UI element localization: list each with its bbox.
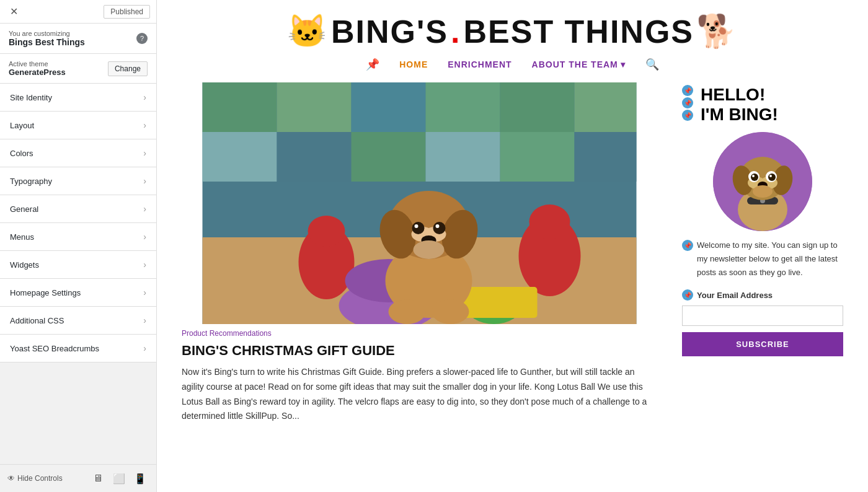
svg-point-48	[768, 174, 776, 181]
main-nav: 📌 HOME ENRICHMENT ABOUT THE TEAM ▾ 🔍	[366, 53, 659, 76]
menu-item-site-identity[interactable]: Site Identity›	[0, 84, 156, 112]
theme-info: Active theme GeneratePress	[9, 60, 66, 77]
svg-point-30	[415, 224, 418, 228]
menu-item-colors[interactable]: Colors›	[0, 139, 156, 167]
menu-item-label: Menus	[10, 232, 34, 242]
menu-item-label: Additional CSS	[10, 316, 64, 325]
svg-point-29	[433, 222, 446, 234]
email-signup-section: 📌 Your Email Address SUBSCRIBE	[682, 289, 843, 356]
svg-rect-8	[277, 132, 352, 182]
sidebar-pin-3: 📌	[682, 110, 693, 121]
svg-rect-12	[575, 132, 637, 182]
sidebar: 📌 📌 📌 HELLO! I'M BING!	[682, 82, 843, 424]
svg-point-52	[753, 185, 773, 198]
svg-point-34	[389, 299, 426, 324]
chevron-right-icon: ›	[143, 315, 146, 325]
svg-rect-4	[426, 82, 500, 132]
change-theme-button[interactable]: Change	[108, 61, 148, 76]
svg-point-49	[752, 175, 755, 177]
svg-point-17	[529, 204, 570, 239]
nav-home-link[interactable]: HOME	[399, 59, 428, 69]
chevron-right-icon: ›	[143, 232, 146, 242]
svg-point-15	[308, 216, 345, 247]
mobile-icon[interactable]: 📱	[131, 470, 149, 487]
email-pin-icon: 📌	[682, 289, 693, 301]
chevron-right-icon: ›	[143, 260, 146, 270]
close-button[interactable]: ✕	[6, 4, 21, 19]
article-category[interactable]: Product Recommendations	[182, 329, 657, 338]
site-logo: 🐱 BING'S.BEST THINGS 🐕	[287, 12, 738, 50]
bing-avatar	[713, 132, 812, 231]
article-photo-svg	[182, 82, 657, 324]
subscribe-button[interactable]: SUBSCRIBE	[682, 332, 843, 356]
welcome-pin-icon: 📌	[682, 240, 693, 251]
menu-item-additional-css[interactable]: Additional CSS›	[0, 307, 156, 335]
logo-text-1: BING'S	[331, 13, 448, 50]
article-title: BING'S CHRISTMAS GIFT GUIDE	[182, 343, 657, 359]
menu-item-label: Widgets	[10, 260, 39, 270]
logo-cat-emoji: 🐱	[287, 12, 329, 50]
sidebar-hello-text: HELLO! I'M BING!	[701, 85, 778, 125]
svg-rect-6	[575, 82, 637, 132]
sidebar-welcome-text: Welcome to my site. You can sign up to m…	[697, 239, 843, 279]
panel-footer: 👁 Hide Controls 🖥 ⬜ 📱	[0, 464, 156, 492]
email-label-text: Your Email Address	[697, 291, 773, 300]
nav-enrichment-link[interactable]: ENRICHMENT	[448, 59, 512, 69]
theme-section: Active theme GeneratePress Change	[0, 54, 156, 84]
theme-label: Active theme	[9, 60, 66, 68]
hello-line2: I'M BING!	[701, 105, 778, 125]
menu-item-widgets[interactable]: Widgets›	[0, 251, 156, 279]
published-badge: Published	[104, 5, 150, 19]
menu-item-yoast-seo[interactable]: Yoast SEO Breadcrumbs›	[0, 335, 156, 362]
help-icon[interactable]: ?	[136, 33, 148, 44]
sidebar-hello-section: 📌 📌 📌 HELLO! I'M BING!	[682, 85, 843, 125]
svg-rect-7	[203, 132, 277, 182]
svg-point-47	[751, 174, 758, 181]
menu-item-general[interactable]: General›	[0, 195, 156, 223]
email-input[interactable]	[682, 305, 843, 326]
theme-name: GeneratePress	[9, 68, 66, 77]
svg-rect-9	[352, 132, 426, 182]
desktop-icon[interactable]: 🖥	[89, 470, 107, 487]
menu-item-label: Site Identity	[10, 93, 52, 102]
nav-about-text: ABOUT THE TEAM	[532, 59, 618, 69]
article-body-text: Now it's Bing's turn to write his Christ…	[182, 365, 657, 424]
hide-controls-button[interactable]: 👁 Hide Controls	[7, 474, 63, 483]
nav-pin-icon: 📌	[366, 58, 379, 71]
chevron-right-icon: ›	[143, 288, 146, 297]
chevron-down-icon: ▾	[621, 59, 626, 69]
chevron-right-icon: ›	[143, 92, 146, 102]
menu-item-label: Homepage Settings	[10, 288, 81, 297]
main-article: Product Recommendations BING'S CHRISTMAS…	[182, 82, 682, 424]
customizing-label: You are customizing	[9, 30, 85, 37]
logo-text-2: BEST THINGS	[463, 13, 694, 50]
menu-item-label: Colors	[10, 149, 33, 158]
device-icons: 🖥 ⬜ 📱	[89, 470, 149, 487]
customizing-site: Bings Best Things	[9, 37, 85, 47]
svg-point-35	[432, 299, 469, 324]
svg-point-33	[414, 240, 445, 259]
logo-dog-emoji: 🐕	[696, 12, 738, 50]
chevron-right-icon: ›	[143, 176, 146, 186]
panel-header: ✕ Published	[0, 0, 156, 24]
menu-item-typography[interactable]: Typography›	[0, 167, 156, 195]
chevron-right-icon: ›	[143, 204, 146, 214]
nav-about-link[interactable]: ABOUT THE TEAM ▾	[532, 59, 626, 69]
customizing-info: You are customizing Bings Best Things	[9, 30, 85, 47]
svg-point-50	[769, 175, 772, 177]
menu-item-label: Typography	[10, 177, 52, 186]
hello-line1: HELLO!	[701, 85, 778, 105]
sidebar-welcome: 📌 Welcome to my site. You can sign up to…	[682, 239, 843, 279]
tablet-icon[interactable]: ⬜	[110, 470, 128, 487]
menu-item-label: Layout	[10, 121, 34, 130]
page-body: Product Recommendations BING'S CHRISTMAS…	[157, 82, 868, 424]
menu-item-layout[interactable]: Layout›	[0, 112, 156, 139]
menu-items-list: Site Identity›Layout›Colors›Typography›G…	[0, 84, 156, 464]
svg-rect-11	[500, 132, 575, 182]
menu-item-homepage-settings[interactable]: Homepage Settings›	[0, 279, 156, 307]
menu-item-menus[interactable]: Menus›	[0, 223, 156, 251]
hide-controls-label: Hide Controls	[17, 474, 63, 483]
nav-search-icon[interactable]: 🔍	[645, 58, 659, 71]
customizing-section: You are customizing Bings Best Things ?	[0, 24, 156, 54]
svg-rect-1	[203, 82, 277, 132]
